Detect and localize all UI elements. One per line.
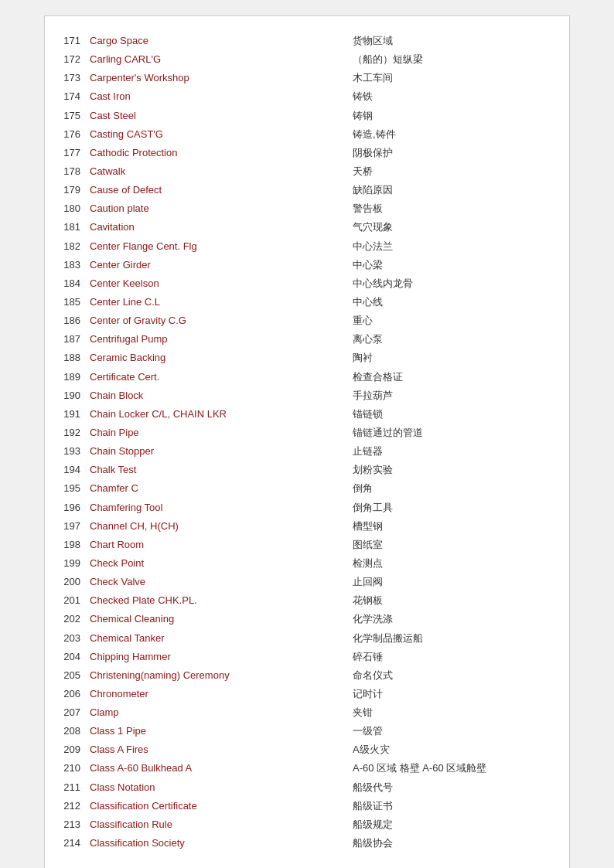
entry-term: Cast Steel (90, 108, 353, 124)
table-row: 183Center Girder中心梁 (53, 256, 561, 274)
entry-number: 192 (53, 425, 90, 441)
entry-translation: 记时计 (353, 686, 561, 702)
entry-number: 176 (53, 127, 90, 142)
entry-term: Clamp (90, 705, 353, 720)
entry-number: 208 (53, 723, 90, 739)
table-row: 198Chart Room图纸室 (53, 536, 561, 554)
entry-number: 203 (53, 631, 90, 646)
entry-translation: 花钢板 (353, 593, 561, 608)
entry-number: 213 (53, 817, 90, 832)
entry-translation: 化学制品搬运船 (353, 631, 561, 646)
entry-term: Class A Fires (90, 742, 353, 757)
entry-number: 191 (53, 407, 90, 422)
table-row: 193Chain Stopper止链器 (53, 442, 561, 461)
entry-term: Chain Locker C/L, CHAIN LKR (90, 407, 353, 422)
table-row: 177Cathodic Protection阴极保护 (53, 144, 561, 162)
entry-translation: 划粉实验 (353, 462, 561, 478)
entry-term: Chart Room (90, 537, 353, 553)
entry-term: Chemical Tanker (90, 631, 353, 646)
table-row: 180Caution plate警告板 (53, 199, 561, 218)
entry-term: Carpenter's Workshop (90, 70, 353, 86)
table-row: 192Chain Pipe锚链通过的管道 (53, 424, 561, 442)
entry-translation: 检查合格证 (353, 369, 561, 385)
entry-translation: 倒角工具 (353, 500, 561, 516)
entry-number: 181 (53, 220, 90, 235)
entry-term: Cause of Defect (90, 182, 353, 198)
entry-translation: 铸铁 (353, 89, 561, 104)
table-row: 185Center Line C.L中心线 (53, 293, 561, 311)
entry-number: 204 (53, 649, 90, 665)
entry-translation: 船级代号 (353, 780, 561, 795)
entry-translation: 检测点 (353, 556, 561, 571)
entry-term: Center Keelson (90, 276, 353, 291)
entry-translation: 船级规定 (353, 817, 561, 832)
entry-number: 188 (53, 350, 90, 366)
entry-translation: 中心梁 (353, 257, 561, 273)
entry-number: 199 (53, 556, 90, 571)
entry-number: 178 (53, 164, 90, 179)
entry-number: 210 (53, 761, 90, 776)
entry-number: 183 (53, 257, 90, 273)
table-row: 197Channel CH, H(CH)槽型钢 (53, 517, 561, 536)
table-row: 172Carling CARL'G（船的）短纵梁 (53, 50, 561, 69)
entry-number: 212 (53, 798, 90, 814)
entry-translation: （船的）短纵梁 (353, 52, 561, 67)
entry-term: Chamfer C (90, 481, 353, 496)
table-row: 203Chemical Tanker化学制品搬运船 (53, 629, 561, 648)
entry-translation: A级火灾 (353, 742, 561, 757)
entry-number: 173 (53, 70, 90, 86)
entry-term: Catwalk (90, 164, 353, 179)
entry-number: 193 (53, 444, 90, 459)
entry-number: 205 (53, 668, 90, 683)
entry-translation: 船级协会 (353, 836, 561, 851)
entry-term: Class Notation (90, 780, 353, 795)
table-row: 174Cast Iron铸铁 (53, 87, 561, 106)
entry-term: Chronometer (90, 686, 353, 702)
table-row: 201Checked Plate CHK.PL.花钢板 (53, 591, 561, 610)
entry-term: Centrifugal Pump (90, 332, 353, 347)
entry-number: 187 (53, 332, 90, 347)
entry-translation: 锚链锁 (353, 407, 561, 422)
entry-number: 195 (53, 481, 90, 496)
entry-translation: 货物区域 (353, 33, 561, 49)
entry-number: 214 (53, 836, 90, 851)
entry-term: Christening(naming) Ceremony (90, 668, 353, 683)
entry-number: 174 (53, 89, 90, 104)
table-row: 195Chamfer C倒角 (53, 479, 561, 498)
entry-term: Casting CAST'G (90, 127, 353, 142)
entry-number: 211 (53, 780, 90, 795)
entry-number: 209 (53, 742, 90, 757)
table-row: 182Center Flange Cent. Flg中心法兰 (53, 237, 561, 256)
entry-term: Certificate Cert. (90, 369, 353, 385)
table-row: 202Chemical Cleaning化学洗涤 (53, 610, 561, 628)
entry-term: Class 1 Pipe (90, 723, 353, 739)
entry-number: 182 (53, 239, 90, 254)
entry-term: Classification Society (90, 836, 353, 851)
entry-number: 200 (53, 574, 90, 590)
entry-term: Center of Gravity C.G (90, 313, 353, 328)
entry-translation: 木工车间 (353, 70, 561, 86)
entry-term: Check Point (90, 556, 353, 571)
entry-term: Center Girder (90, 257, 353, 273)
entry-term: Cathodic Protection (90, 145, 353, 161)
table-row: 190Chain Block手拉葫芦 (53, 386, 561, 405)
table-row: 212Classification Certificate船级证书 (53, 797, 561, 815)
entry-translation: 中心线内龙骨 (353, 276, 561, 291)
entry-number: 179 (53, 182, 90, 198)
table-row: 214Classification Society船级协会 (53, 834, 561, 853)
entry-term: Cavitation (90, 220, 353, 235)
dictionary-table: 171Cargo Space货物区域172Carling CARL'G（船的）短… (53, 32, 561, 853)
entry-translation: 碎石锤 (353, 649, 561, 665)
entry-translation: 一级管 (353, 723, 561, 739)
table-row: 175Cast Steel铸钢 (53, 107, 561, 125)
entry-number: 189 (53, 369, 90, 385)
entry-translation: 手拉葫芦 (353, 388, 561, 403)
entry-term: Carling CARL'G (90, 52, 353, 67)
entry-translation: 缺陷原因 (353, 182, 561, 198)
entry-translation: 天桥 (353, 164, 561, 179)
entry-translation: 重心 (353, 313, 561, 328)
entry-number: 180 (53, 201, 90, 216)
entry-term: Caution plate (90, 201, 353, 216)
table-row: 191Chain Locker C/L, CHAIN LKR锚链锁 (53, 405, 561, 424)
entry-translation: 阴极保护 (353, 145, 561, 161)
